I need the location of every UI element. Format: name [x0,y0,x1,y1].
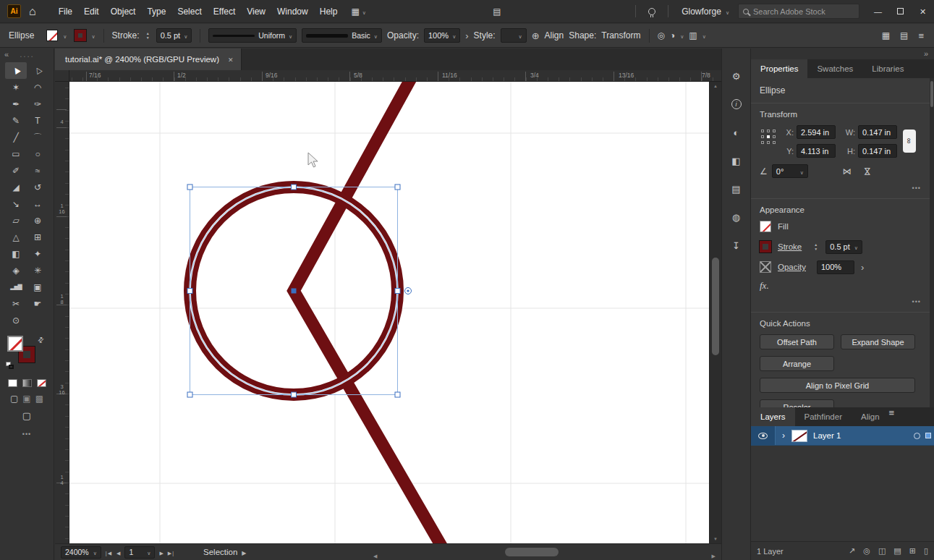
draw-behind-icon[interactable] [22,394,30,404]
chevron-down-icon[interactable] [91,30,95,41]
panel-tab[interactable]: Pathfinder [795,407,852,426]
more-appearance-options-icon[interactable] [912,296,921,306]
share-document-button[interactable] [485,0,509,23]
scale-tool[interactable]: ↘ [5,195,27,212]
effects-fx-button[interactable]: fx. [760,280,769,292]
menu-item[interactable]: Help [314,0,344,23]
document-tab[interactable]: tutorial.ai* @ 2400% (RGB/GPU Preview) [55,48,242,70]
stroke-weight-field[interactable]: 0.5 pt [156,28,192,43]
new-sublayer-icon[interactable]: ▤ [893,546,901,556]
delete-layer-icon[interactable]: ▯ [924,546,928,556]
arc-tool[interactable]: ⌒ [27,129,48,145]
variable-width-dropdown[interactable]: Uniform [208,28,297,43]
menu-item[interactable]: File [53,0,78,23]
panel-tab[interactable]: Align [852,407,889,426]
horizontal-ruler[interactable]: 7/161/29/165/811/163/413/167/8 [69,70,721,81]
make-mask-icon[interactable]: ◫ [878,546,886,556]
mesh-tool[interactable]: ⊞ [27,229,48,245]
export-panel-icon[interactable]: ↧ [728,237,745,254]
layer-thumbnail[interactable] [791,430,807,442]
panel-scrollbar[interactable] [930,78,934,407]
eraser-tool[interactable]: ◢ [5,179,27,195]
stroke-weight-stepper[interactable]: ▲▼ [145,32,151,40]
rotation-angle-dropdown[interactable]: 0° [772,164,808,178]
draw-inside-icon[interactable] [35,394,43,404]
style-dropdown[interactable] [501,28,527,43]
panel-tab[interactable]: Swatches [807,59,862,78]
layer-target-icon[interactable] [914,433,920,439]
opacity-more-arrow[interactable] [861,262,864,273]
color-panel-icon[interactable]: ◍ [728,208,745,226]
last-artboard-icon[interactable] [168,547,174,557]
opacity-dropdown[interactable]: 100% [817,260,854,274]
height-field[interactable]: 0.147 in [858,144,897,158]
stroke-weight-dropdown[interactable]: 0.5 pt [825,240,862,254]
settings-gear-icon[interactable]: ⚙ [728,67,745,85]
pen-tool[interactable]: ✒ [5,96,27,112]
stroke-color-swatch[interactable] [760,241,771,253]
symbol-sprayer-tool[interactable]: ✳ [27,262,48,279]
menu-item[interactable]: View [241,0,271,23]
next-artboard-icon[interactable] [159,547,163,557]
maximize-button[interactable] [889,0,912,23]
more-transform-options-icon[interactable] [912,182,921,192]
edit-toolbar-icon[interactable] [22,428,31,438]
panel-tab[interactable]: Libraries [862,59,913,78]
info-icon[interactable]: i [728,96,745,113]
close-tab-icon[interactable] [228,55,234,64]
opacity-swatch[interactable] [760,261,771,273]
menu-item[interactable]: Select [171,0,207,23]
collapse-toolbar-icon[interactable] [4,49,9,59]
document-arrange-icon[interactable] [900,30,908,41]
shape-builder-tool[interactable]: ⊕ [27,212,48,229]
default-fill-stroke-icon[interactable] [6,362,14,369]
paintbrush-tool[interactable]: ✐ [5,162,27,179]
chevron-down-icon[interactable] [680,30,684,41]
opacity-options-link[interactable]: Opacity [778,263,806,271]
workspace-grid-icon[interactable] [882,30,890,41]
y-field[interactable]: 4.113 in [797,144,836,158]
live-shape-widget[interactable] [405,288,412,294]
panel-tab[interactable]: Properties [751,59,807,78]
arrange-documents-button[interactable] [343,0,373,23]
opacity-field[interactable]: 100% [424,28,460,43]
transform-button[interactable]: Transform [601,30,640,41]
brush-dropdown[interactable]: Basic [302,28,382,43]
free-transform-tool[interactable]: ▱ [5,212,27,229]
layers-panel-menu-icon[interactable] [889,407,895,426]
visibility-toggle[interactable] [751,426,776,445]
quick-action-button[interactable]: Align to Pixel Grid [760,378,915,393]
x-field[interactable]: 2.594 in [797,125,836,139]
toolbar-grip-icon[interactable] [20,50,33,60]
chevron-down-icon[interactable] [702,30,706,41]
column-graph-tool[interactable]: ▂▅▇ [5,279,27,295]
layer-name[interactable]: Layer 1 [813,431,841,440]
vertical-ruler[interactable]: 4 116 18 316 14 [55,82,69,543]
rectangle-tool[interactable]: ▭ [5,145,27,162]
discover-button[interactable] [640,0,663,23]
opacity-options-arrow[interactable] [465,30,468,41]
menu-item[interactable]: Edit [78,0,105,23]
align-button[interactable]: Align [545,30,564,41]
constrain-proportions-toggle[interactable] [903,130,916,153]
quick-action-button[interactable]: Expand Shape [841,334,915,349]
fill-color-swatch-none[interactable] [760,221,771,232]
collapse-panels-icon[interactable] [924,48,928,59]
hand-tool[interactable]: ☛ [27,295,48,312]
panel-tab[interactable]: Layers [751,407,795,426]
v-shape-path[interactable] [294,82,445,543]
perspective-grid-tool[interactable]: △ [5,229,27,245]
width-tool[interactable]: ↔ [27,195,48,212]
zoom-dropdown[interactable]: 2400% [61,546,101,559]
direct-selection-tool[interactable]: ▷ [27,62,48,79]
zoom-tool[interactable]: ⊙ [5,312,27,328]
panel-scrollbar-thumb[interactable] [930,81,933,107]
menu-item[interactable]: Type [141,0,171,23]
quick-action-button[interactable]: Offset Path [760,334,834,349]
gradient-tool[interactable]: ◧ [5,245,27,262]
shaper-tool[interactable]: ≈ [27,162,48,179]
eyedropper-tool[interactable]: ✦ [27,245,48,262]
magic-wand-tool[interactable]: ✶ [5,79,27,96]
select-similar-icon[interactable] [689,30,697,41]
width-field[interactable]: 0.147 in [858,125,897,139]
